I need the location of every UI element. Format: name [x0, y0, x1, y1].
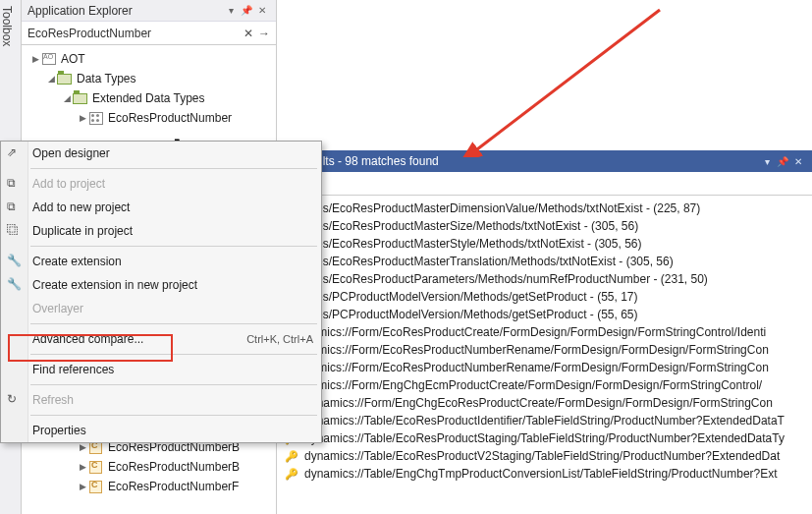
result-row[interactable]: ▤ibles/EcoResProductMasterDimensionValue…	[277, 200, 812, 217]
key-icon: 🔑	[285, 450, 300, 463]
tree-node-aot[interactable]: ▶ AOT	[22, 49, 276, 69]
menu-label: Duplicate in project	[32, 224, 133, 238]
result-row[interactable]: 🔑dynamics://Table/EngChgTmpProductConver…	[277, 465, 812, 483]
menu-advanced-compare[interactable]: Advanced compare... Ctrl+K, Ctrl+A	[1, 327, 321, 351]
pin-icon[interactable]: 📌	[775, 156, 790, 167]
twisty-icon[interactable]: ▶	[29, 54, 41, 64]
results-titlebar: ol Results - 98 matches found ▾ 📌 ✕	[277, 150, 812, 172]
node-label: EcoResProductNumber	[108, 111, 232, 125]
result-row[interactable]: ▭namics://Form/EcoResProductNumberRename…	[277, 341, 812, 359]
results-list[interactable]: ▤ibles/EcoResProductMasterDimensionValue…	[277, 196, 812, 514]
aot-icon	[41, 52, 57, 66]
result-text: ibles/EcoResProductParameters/Methods/nu…	[304, 272, 708, 286]
menu-add-to-project: ⧉ Add to project	[1, 172, 321, 196]
result-text: namics://Form/EcoResProductCreate/FormDe…	[304, 325, 766, 339]
explorer-search-input[interactable]	[26, 25, 241, 42]
result-row[interactable]: ▤ibles/EcoResProductMasterStyle/Methods/…	[277, 235, 812, 253]
context-menu: ⇗ Open designer ⧉ Add to project ⧉ Add t…	[0, 141, 322, 443]
twisty-icon[interactable]: ◢	[45, 74, 57, 84]
results-toolbar: ≡ ⇆	[277, 172, 812, 196]
toolbox-label: Toolbox	[0, 6, 14, 46]
result-row[interactable]: ▤ibles/EcoResProductMasterSize/Methods/t…	[277, 217, 812, 235]
node-label: Extended Data Types	[92, 91, 205, 105]
menu-properties[interactable]: Properties	[1, 419, 321, 442]
explorer-search-row: ✕ →	[22, 22, 276, 45]
edt-icon	[88, 111, 104, 125]
menu-refresh: ↻ Refresh	[1, 388, 321, 412]
wrench-icon: 🔧	[7, 277, 23, 293]
result-row[interactable]: 🔑dynamics://Table/EcoResProductV2Staging…	[277, 447, 812, 465]
wrench-icon: 🔧	[7, 254, 23, 269]
result-row[interactable]: ▭namics://Form/EcoResProductNumberRename…	[277, 359, 812, 376]
twisty-icon[interactable]: ▶	[77, 482, 88, 491]
tree-node-class[interactable]: ▶ EcoResProductNumberF	[22, 477, 276, 496]
twisty-icon[interactable]: ◢	[61, 93, 73, 103]
menu-label: Create extension	[32, 255, 122, 268]
tree-node-extended-data-types[interactable]: ◢ Extended Data Types	[22, 88, 276, 108]
menu-label: Find references	[32, 363, 114, 376]
result-text: namics://Form/EcoResProductNumberRename/…	[304, 343, 769, 357]
add-new-icon: ⧉	[7, 200, 23, 215]
node-label: AOT	[61, 52, 85, 66]
menu-label: Create extension in new project	[32, 278, 197, 292]
pin-icon[interactable]: 📌	[239, 5, 254, 16]
node-label: Data Types	[77, 72, 135, 86]
class-icon	[88, 460, 104, 474]
result-text: ibles/EcoResProductMasterDimensionValue/…	[304, 201, 700, 215]
tree-node-edt-item[interactable]: ▶ EcoResProductNumber	[22, 108, 276, 128]
result-row[interactable]: ▤ibles/PCProductModelVersion/Methods/get…	[277, 306, 812, 323]
result-text: dynamics://Table/EcoResProductIdentifier…	[304, 414, 785, 428]
dropdown-icon[interactable]: ▾	[223, 5, 239, 16]
result-text: ibles/EcoResProductMasterSize/Methods/tx…	[304, 219, 638, 233]
menu-add-to-new-project[interactable]: ⧉ Add to new project	[1, 196, 321, 219]
menu-create-extension[interactable]: 🔧 Create extension	[1, 250, 321, 273]
dropdown-icon[interactable]: ▾	[759, 156, 775, 167]
close-icon[interactable]: ✕	[254, 5, 270, 16]
node-label: EcoResProductNumberB	[108, 460, 240, 474]
add-icon: ⧉	[7, 176, 23, 192]
open-icon: ⇗	[7, 145, 23, 161]
result-text: ibles/PCProductModelVersion/Methods/getS…	[304, 290, 638, 304]
result-text: dynamics://Table/EcoResProductV2Staging/…	[304, 449, 780, 463]
menu-label: Overlayer	[32, 302, 83, 315]
close-icon[interactable]: ✕	[790, 156, 806, 167]
explorer-titlebar: Application Explorer ▾ 📌 ✕	[22, 0, 276, 22]
tree-node-data-types[interactable]: ◢ Data Types	[22, 69, 276, 88]
result-row[interactable]: 🔑dynamics://Table/EcoResProductStaging/T…	[277, 429, 812, 447]
menu-open-designer[interactable]: ⇗ Open designer	[1, 142, 321, 165]
duplicate-icon: ⿻	[7, 223, 23, 239]
class-icon	[88, 480, 104, 493]
twisty-icon[interactable]: ▶	[77, 113, 88, 123]
results-panel: ol Results - 98 matches found ▾ 📌 ✕ ≡ ⇆ …	[277, 0, 812, 514]
menu-overlayer: Overlayer	[1, 297, 321, 320]
result-row[interactable]: ▤ibles/PCProductModelVersion/Methods/get…	[277, 288, 812, 306]
menu-label: Add to project	[32, 177, 105, 191]
menu-find-references[interactable]: Find references	[1, 358, 321, 381]
result-text: namics://Form/EngChgEcmProductCreate/For…	[304, 378, 762, 392]
result-text: ibles/PCProductModelVersion/Methods/getS…	[304, 308, 638, 321]
tree-node-class[interactable]: ▶ EcoResProductNumberB	[22, 457, 276, 477]
result-text: namics://Form/EcoResProductNumberRename/…	[304, 361, 769, 374]
key-icon: 🔑	[285, 468, 300, 481]
result-row[interactable]: 🔑dynamics://Form/EngChgEcoResProductCrea…	[277, 394, 812, 412]
twisty-icon[interactable]: ▶	[77, 462, 88, 472]
menu-label: Advanced compare...	[32, 332, 143, 346]
annotation-arrow	[454, 0, 670, 157]
refresh-icon: ↻	[7, 392, 23, 408]
node-label: EcoResProductNumberF	[108, 480, 239, 493]
go-search-icon[interactable]: →	[256, 27, 272, 40]
result-row[interactable]: ▤ibles/EcoResProductMasterTranslation/Me…	[277, 253, 812, 270]
menu-label: Refresh	[32, 393, 74, 407]
result-row[interactable]: ▭namics://Form/EcoResProductCreate/FormD…	[277, 323, 812, 341]
result-row[interactable]: 🔑dynamics://Table/EcoResProductIdentifie…	[277, 412, 812, 429]
result-text: ibles/EcoResProductMasterStyle/Methods/t…	[304, 237, 641, 251]
result-row[interactable]: ▤ibles/EcoResProductParameters/Methods/n…	[277, 270, 812, 288]
result-row[interactable]: ▭namics://Form/EngChgEcmProductCreate/Fo…	[277, 376, 812, 394]
menu-create-extension-new[interactable]: 🔧 Create extension in new project	[1, 273, 321, 297]
results-title: ol Results - 98 matches found	[283, 154, 759, 168]
folder-icon	[73, 91, 88, 105]
twisty-icon[interactable]: ▶	[77, 442, 88, 452]
menu-duplicate-in-project[interactable]: ⿻ Duplicate in project	[1, 219, 321, 243]
result-text: ibles/EcoResProductMasterTranslation/Met…	[304, 255, 674, 268]
clear-search-icon[interactable]: ✕	[241, 27, 256, 40]
